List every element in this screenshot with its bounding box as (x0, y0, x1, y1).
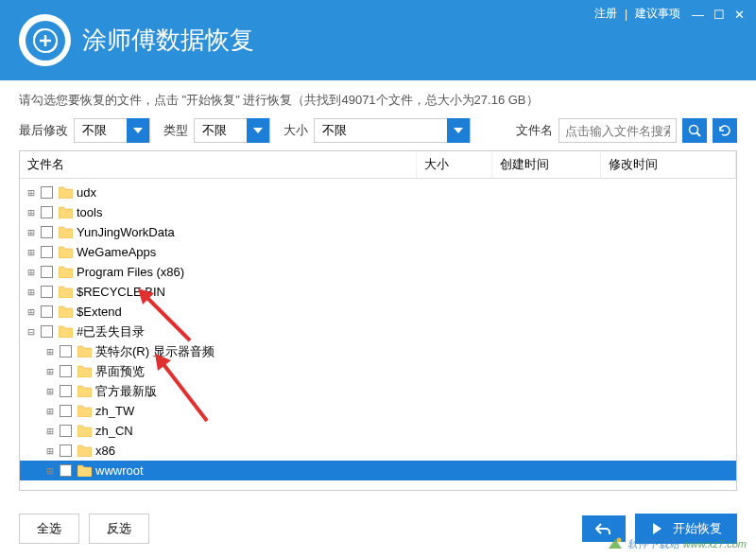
search-button[interactable] (682, 118, 707, 143)
checkbox[interactable] (60, 464, 72, 477)
tree-row[interactable]: ⊞$Extend (20, 302, 736, 322)
checkbox[interactable] (41, 226, 53, 238)
tree-row[interactable]: ⊞tools (20, 202, 736, 222)
column-name[interactable]: 文件名 (20, 151, 417, 178)
tree-item-label: $RECYCLE.BIN (77, 285, 165, 299)
expand-icon[interactable]: ⊞ (26, 226, 37, 239)
instruction-text: 请勾选您要恢复的文件，点击 "开始恢复" 进行恢复（共找到49071个文件，总大… (19, 92, 737, 109)
checkbox[interactable] (41, 266, 53, 278)
maximize-icon[interactable]: ☐ (713, 8, 725, 22)
checkbox[interactable] (60, 345, 72, 357)
folder-icon (59, 325, 73, 338)
checkbox[interactable] (41, 246, 53, 258)
tree-item-label: #已丢失目录 (77, 323, 145, 340)
checkbox[interactable] (60, 425, 72, 437)
checkbox[interactable] (60, 445, 72, 457)
tree-row[interactable]: ⊞WeGameApps (20, 242, 736, 262)
expand-icon[interactable]: ⊞ (26, 305, 37, 319)
tree-row[interactable]: ⊟#已丢失目录 (20, 322, 736, 341)
minimize-icon[interactable]: — (692, 8, 704, 22)
expand-icon[interactable]: ⊞ (44, 425, 56, 438)
invert-button[interactable]: 反选 (89, 514, 149, 544)
checkbox[interactable] (41, 286, 53, 298)
chevron-down-icon[interactable] (447, 118, 470, 143)
chevron-down-icon[interactable] (247, 118, 269, 143)
folder-icon (77, 425, 92, 437)
folder-icon (77, 365, 92, 377)
folder-icon (59, 206, 73, 218)
folder-icon (59, 266, 73, 278)
checkbox[interactable] (60, 365, 72, 377)
expand-icon[interactable]: ⊞ (26, 246, 37, 259)
tree-item-label: WeGameApps (77, 245, 156, 259)
collapse-icon[interactable]: ⊟ (26, 325, 37, 339)
expand-icon[interactable]: ⊞ (44, 385, 56, 398)
folder-icon (77, 464, 92, 477)
chevron-down-icon[interactable] (127, 118, 149, 143)
expand-icon[interactable]: ⊞ (26, 186, 37, 200)
app-logo (19, 14, 71, 66)
tree-row[interactable]: ⊞英特尔(R) 显示器音频 (20, 341, 736, 361)
folder-icon (59, 226, 73, 238)
tree-row[interactable]: ⊞$RECYCLE.BIN (20, 282, 736, 302)
svg-line-2 (697, 133, 701, 137)
tree-item-label: Program Files (x86) (77, 265, 184, 279)
search-input[interactable] (558, 118, 677, 143)
tree-row[interactable]: ⊞YunJingWorkData (20, 222, 736, 242)
folder-icon (59, 186, 73, 199)
tree-item-label: 英特尔(R) 显示器音频 (95, 343, 215, 360)
checkbox[interactable] (41, 186, 53, 199)
watermark-url: www.xz7.com (683, 538, 747, 549)
register-link[interactable]: 注册 (594, 6, 617, 22)
tree-row[interactable]: ⊞x86 (20, 441, 736, 461)
folder-icon (59, 246, 73, 258)
app-header: 涂师傅数据恢复 注册 | 建议事项 — ☐ ✕ (0, 0, 756, 80)
column-size[interactable]: 大小 (417, 151, 492, 178)
tree-item-label: 界面预览 (95, 363, 145, 380)
watermark-text: 软件下载站 (627, 537, 679, 551)
column-created[interactable]: 创建时间 (492, 151, 601, 178)
suggestion-link[interactable]: 建议事项 (635, 6, 680, 22)
select-all-button[interactable]: 全选 (19, 514, 79, 544)
header-links: 注册 | 建议事项 (594, 6, 680, 22)
file-table: 文件名 大小 创建时间 修改时间 ⊞udx⊞tools⊞YunJingWorkD… (19, 150, 737, 491)
modified-select[interactable]: 不限 (74, 118, 150, 143)
tree-item-label: zh_TW (95, 404, 134, 418)
tree-row[interactable]: ⊞Program Files (x86) (20, 262, 736, 282)
checkbox[interactable] (60, 405, 72, 417)
size-select[interactable]: 不限 (314, 118, 471, 143)
modified-label: 最后修改 (19, 122, 68, 139)
tree-row[interactable]: ⊞官方最新版 (20, 381, 736, 401)
expand-icon[interactable]: ⊞ (44, 405, 56, 418)
expand-icon[interactable]: ⊞ (26, 286, 37, 299)
checkbox[interactable] (41, 325, 53, 338)
type-select[interactable]: 不限 (194, 118, 270, 143)
checkbox[interactable] (41, 305, 53, 318)
folder-icon (77, 385, 92, 397)
checkbox[interactable] (41, 206, 53, 218)
folder-icon (77, 405, 92, 417)
modified-value: 不限 (75, 122, 127, 139)
tree-row[interactable]: ⊞界面预览 (20, 361, 736, 381)
table-header: 文件名 大小 创建时间 修改时间 (20, 151, 736, 179)
tree-row[interactable]: ⊞udx (20, 183, 736, 202)
content-area: 请勾选您要恢复的文件，点击 "开始恢复" 进行恢复（共找到49071个文件，总大… (0, 80, 756, 502)
tree-item-label: tools (77, 205, 102, 219)
expand-icon[interactable]: ⊞ (44, 345, 56, 358)
expand-icon[interactable]: ⊞ (44, 464, 56, 478)
expand-icon[interactable]: ⊞ (26, 206, 37, 219)
tree-row[interactable]: ⊞zh_TW (20, 401, 736, 421)
filter-bar: 最后修改 不限 类型 不限 大小 不限 文件名 (19, 118, 737, 143)
folder-icon (77, 445, 92, 457)
expand-icon[interactable]: ⊞ (26, 266, 37, 279)
column-modified[interactable]: 修改时间 (601, 151, 736, 178)
tree-row[interactable]: ⊞wwwroot (20, 461, 736, 480)
expand-icon[interactable]: ⊞ (44, 445, 56, 458)
search-label: 文件名 (516, 122, 553, 139)
close-icon[interactable]: ✕ (734, 8, 745, 22)
tree-row[interactable]: ⊞zh_CN (20, 421, 736, 441)
refresh-button[interactable] (713, 118, 737, 143)
expand-icon[interactable]: ⊞ (44, 365, 56, 378)
watermark: 软件下载站 www.xz7.com (607, 535, 747, 552)
checkbox[interactable] (60, 385, 72, 397)
